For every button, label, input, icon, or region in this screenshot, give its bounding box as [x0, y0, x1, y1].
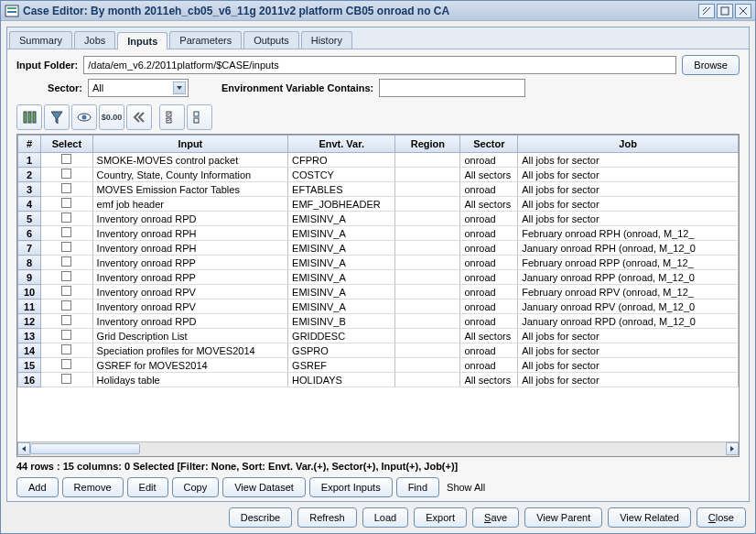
row-select-cell[interactable] [41, 329, 93, 343]
row-select-cell[interactable] [41, 256, 93, 270]
cell-sector: onroad [460, 226, 518, 241]
cell-job: All jobs for sector [518, 343, 739, 358]
cell-job: January onroad RPH (onroad, M_12_0 [518, 241, 739, 256]
cell-region [395, 270, 460, 285]
table-row[interactable]: 16Holidays tableHOLIDAYSAll sectorsAll j… [18, 373, 739, 387]
tool-check-all[interactable] [159, 104, 185, 130]
cell-region [395, 153, 460, 168]
tab-outputs[interactable]: Outputs [243, 31, 299, 49]
maximize-button[interactable] [717, 4, 733, 18]
row-select-cell[interactable] [41, 285, 93, 300]
tab-jobs[interactable]: Jobs [74, 31, 115, 49]
edit-button[interactable]: Edit [127, 477, 168, 497]
close-button[interactable] [735, 4, 751, 18]
resize-diagonal-button[interactable] [698, 4, 715, 18]
row-number: 4 [18, 197, 41, 212]
scrollbar-thumb[interactable] [30, 443, 140, 454]
svg-point-8 [82, 115, 87, 120]
row-select-cell[interactable] [41, 168, 93, 182]
tool-filter[interactable] [44, 104, 70, 130]
cell-input: Inventory onroad RPH [92, 241, 287, 256]
scroll-left-icon[interactable] [17, 442, 30, 455]
tab-summary[interactable]: Summary [9, 31, 72, 49]
cell-job: All jobs for sector [518, 373, 739, 387]
browse-button[interactable]: Browse [682, 55, 740, 75]
table-row[interactable]: 12Inventory onroad RPDEMISINV_BonroadJan… [18, 314, 739, 329]
describe-button[interactable]: Describe [229, 507, 292, 528]
cell-env: EMISINV_A [288, 256, 395, 270]
table-row[interactable]: 9Inventory onroad RPPEMISINV_AonroadJanu… [18, 270, 739, 285]
table-row[interactable]: 2Country, State, County InformationCOSTC… [18, 168, 739, 182]
column-header[interactable]: Region [395, 136, 460, 153]
row-select-cell[interactable] [41, 314, 93, 329]
cell-region [395, 329, 460, 343]
cell-sector: onroad [460, 182, 518, 197]
window-body: SummaryJobsInputsParametersOutputsHistor… [1, 21, 755, 533]
sector-select[interactable]: All [88, 79, 189, 97]
table-row[interactable]: 8Inventory onroad RPPEMISINV_AonroadFebr… [18, 256, 739, 270]
table-row[interactable]: 7Inventory onroad RPHEMISINV_AonroadJanu… [18, 241, 739, 256]
column-header[interactable]: Select [41, 136, 93, 153]
view-dataset-button[interactable]: View Dataset [222, 477, 306, 497]
row-select-cell[interactable] [41, 241, 93, 256]
row-select-cell[interactable] [41, 226, 93, 241]
row-select-cell[interactable] [41, 212, 93, 226]
cell-sector: All sectors [460, 168, 518, 182]
find-button[interactable]: Find [396, 477, 439, 497]
tool-first[interactable] [126, 104, 152, 130]
export-inputs-button[interactable]: Export Inputs [309, 477, 393, 497]
horizontal-scrollbar[interactable] [17, 441, 739, 456]
table-row[interactable]: 10Inventory onroad RPVEMISINV_AonroadFeb… [18, 285, 739, 300]
env-var-field[interactable] [379, 79, 525, 97]
row-select-cell[interactable] [41, 300, 93, 314]
tool-uncheck-all[interactable] [187, 104, 212, 130]
export-button[interactable]: Export [414, 507, 467, 528]
tab-inputs[interactable]: Inputs [117, 32, 167, 49]
table-row[interactable]: 11Inventory onroad RPVEMISINV_AonroadJan… [18, 300, 739, 314]
column-header[interactable]: Input [92, 136, 287, 153]
view-related-button[interactable]: View Related [608, 507, 691, 528]
tab-parameters[interactable]: Parameters [169, 31, 242, 49]
cell-sector: onroad [460, 153, 518, 168]
table-row[interactable]: 4emf job headerEMF_JOBHEADERAll sectorsA… [18, 197, 739, 212]
grid-scroll[interactable]: #SelectInputEnvt. Var.RegionSectorJob 1S… [17, 135, 739, 441]
add-button[interactable]: Add [16, 477, 59, 497]
cell-sector: onroad [460, 285, 518, 300]
input-folder-field[interactable] [83, 56, 676, 74]
refresh-button[interactable]: Refresh [297, 507, 357, 528]
column-header[interactable]: Sector [460, 136, 518, 153]
remove-button[interactable]: Remove [62, 477, 124, 497]
row-select-cell[interactable] [41, 270, 93, 285]
column-header[interactable]: Envt. Var. [288, 136, 395, 153]
tool-refresh[interactable] [16, 104, 42, 130]
cell-sector: onroad [460, 358, 518, 373]
view-parent-button[interactable]: View Parent [524, 507, 602, 528]
cell-env: EMISINV_A [288, 270, 395, 285]
table-row[interactable]: 3MOVES Emission Factor TablesEFTABLESonr… [18, 182, 739, 197]
row-select-cell[interactable] [41, 373, 93, 387]
show-all-checkbox[interactable]: Show All [443, 482, 485, 493]
cell-env: EMISINV_A [288, 241, 395, 256]
table-row[interactable]: 6Inventory onroad RPHEMISINV_AonroadFebr… [18, 226, 739, 241]
save-button[interactable]: Save [472, 507, 519, 528]
tab-strip: SummaryJobsInputsParametersOutputsHistor… [7, 27, 749, 49]
row-select-cell[interactable] [41, 343, 93, 358]
close-footer-button[interactable]: Close [697, 507, 746, 528]
row-select-cell[interactable] [41, 358, 93, 373]
table-row[interactable]: 5Inventory onroad RPDEMISINV_AonroadAll … [18, 212, 739, 226]
column-header[interactable]: Job [518, 136, 739, 153]
scroll-right-icon[interactable] [726, 442, 739, 455]
load-button[interactable]: Load [362, 507, 408, 528]
row-select-cell[interactable] [41, 197, 93, 212]
table-row[interactable]: 1SMOKE-MOVES control packetCFPROonroadAl… [18, 153, 739, 168]
row-select-cell[interactable] [41, 153, 93, 168]
table-row[interactable]: 13Grid Description ListGRIDDESCAll secto… [18, 329, 739, 343]
table-row[interactable]: 15GSREF for MOVES2014GSREFonroadAll jobs… [18, 358, 739, 373]
column-header[interactable]: # [18, 136, 41, 153]
tool-cost[interactable]: $0.00 [99, 104, 124, 130]
row-select-cell[interactable] [41, 182, 93, 197]
tool-view[interactable] [71, 104, 97, 130]
table-row[interactable]: 14Speciation profiles for MOVES2014GSPRO… [18, 343, 739, 358]
copy-button[interactable]: Copy [172, 477, 220, 497]
tab-history[interactable]: History [301, 31, 352, 49]
